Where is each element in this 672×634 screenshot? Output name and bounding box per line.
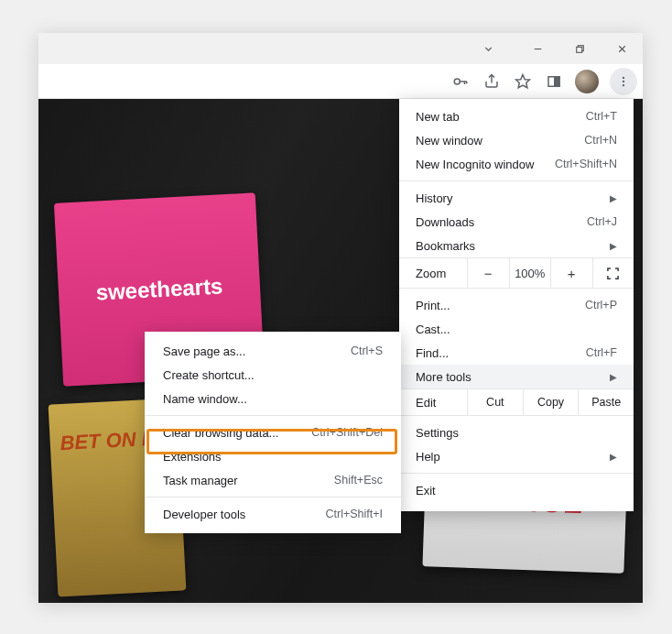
cut-button[interactable]: Cut [467, 389, 523, 415]
browser-toolbar [38, 64, 643, 99]
submenu-item-clear-browsing-data[interactable]: Clear browsing data... Ctrl+Shift+Del [145, 421, 401, 444]
more-tools-submenu: Save page as... Ctrl+S Create shortcut..… [145, 332, 401, 533]
menu-item-exit[interactable]: Exit [399, 478, 634, 502]
zoom-out-button[interactable]: − [467, 258, 509, 288]
menu-item-print[interactable]: Print... Ctrl+P [399, 293, 634, 317]
menu-item-downloads[interactable]: Downloads Ctrl+J [399, 210, 634, 234]
submenu-label: Create shortcut... [163, 368, 383, 382]
menu-label: Help [416, 450, 604, 464]
window-minimize-button[interactable] [516, 33, 558, 64]
menu-item-find[interactable]: Find... Ctrl+F [399, 341, 634, 365]
menu-label: New window [416, 134, 584, 148]
menu-item-new-tab[interactable]: New tab Ctrl+T [399, 104, 634, 128]
menu-item-history[interactable]: History ▶ [399, 186, 634, 210]
submenu-item-extensions[interactable]: Extensions [145, 444, 401, 468]
svg-point-15 [623, 83, 624, 85]
tab-search-button[interactable] [467, 33, 509, 64]
menu-label: Print... [416, 299, 585, 312]
menu-label: Bookmarks [416, 239, 604, 253]
menu-edit-row: Edit Cut Copy Paste [399, 388, 634, 416]
menu-shortcut: Ctrl+P [585, 299, 617, 312]
copy-button[interactable]: Copy [523, 389, 579, 415]
submenu-item-developer-tools[interactable]: Developer tools Ctrl+Shift+I [145, 502, 401, 526]
chrome-main-menu: New tab Ctrl+T New window Ctrl+N New Inc… [399, 99, 634, 511]
submenu-label: Developer tools [163, 508, 325, 521]
menu-label: More tools [416, 370, 604, 384]
window-titlebar [38, 33, 643, 64]
submenu-arrow-icon: ▶ [610, 241, 617, 251]
menu-label: New Incognito window [416, 158, 555, 171]
submenu-item-save-page[interactable]: Save page as... Ctrl+S [145, 339, 401, 363]
menu-shortcut: Ctrl+N [584, 134, 617, 147]
submenu-separator [145, 497, 401, 497]
menu-separator [399, 180, 634, 181]
submenu-shortcut: Ctrl+Shift+I [325, 508, 383, 520]
menu-separator [399, 473, 634, 474]
submenu-item-name-window[interactable]: Name window... [145, 387, 401, 410]
submenu-label: Extensions [163, 450, 383, 464]
submenu-shortcut: Shift+Esc [334, 474, 383, 486]
fullscreen-button[interactable] [592, 258, 634, 288]
menu-label: Find... [416, 346, 586, 360]
zoom-in-button[interactable]: + [550, 258, 592, 288]
submenu-shortcut: Ctrl+Shift+Del [311, 426, 383, 439]
zoom-label: Zoom [399, 267, 467, 280]
submenu-item-create-shortcut[interactable]: Create shortcut... [145, 363, 401, 387]
svg-marker-10 [516, 74, 530, 87]
menu-item-help[interactable]: Help ▶ [399, 444, 634, 468]
menu-label: Downloads [416, 215, 587, 229]
submenu-separator [145, 415, 401, 416]
svg-rect-2 [576, 47, 581, 52]
menu-item-new-window[interactable]: New window Ctrl+N [399, 128, 634, 152]
menu-shortcut: Ctrl+T [586, 110, 617, 123]
poster-label: sweethearts [95, 273, 223, 305]
zoom-level: 100% [509, 258, 551, 288]
share-icon[interactable] [482, 71, 502, 92]
menu-item-settings[interactable]: Settings [399, 421, 634, 444]
edit-label: Edit [399, 396, 467, 410]
svg-point-5 [454, 79, 460, 84]
submenu-shortcut: Ctrl+S [351, 344, 383, 357]
menu-shortcut: Ctrl+Shift+N [555, 158, 617, 170]
menu-label: Settings [416, 426, 617, 440]
submenu-label: Save page as... [163, 344, 351, 358]
chrome-menu-button[interactable] [610, 68, 637, 95]
menu-label: Exit [416, 484, 617, 497]
paste-button[interactable]: Paste [578, 389, 634, 415]
menu-zoom-row: Zoom − 100% + [399, 257, 634, 289]
submenu-label: Task manager [163, 474, 334, 487]
menu-item-bookmarks[interactable]: Bookmarks ▶ [399, 234, 634, 257]
menu-item-more-tools[interactable]: More tools ▶ [399, 365, 634, 388]
submenu-arrow-icon: ▶ [610, 372, 617, 382]
side-panel-icon[interactable] [544, 71, 564, 92]
svg-point-13 [623, 76, 624, 78]
submenu-label: Name window... [163, 392, 383, 406]
submenu-item-task-manager[interactable]: Task manager Shift+Esc [145, 468, 401, 492]
menu-item-cast[interactable]: Cast... [399, 317, 634, 341]
window-maximize-button[interactable] [558, 33, 601, 64]
menu-label: History [416, 191, 604, 205]
svg-point-14 [623, 80, 624, 82]
submenu-arrow-icon: ▶ [610, 193, 617, 203]
svg-rect-12 [555, 76, 559, 86]
menu-label: New tab [416, 110, 586, 124]
password-key-icon[interactable] [450, 71, 471, 92]
submenu-label: Clear browsing data... [163, 426, 311, 440]
submenu-arrow-icon: ▶ [610, 452, 617, 462]
bookmark-star-icon[interactable] [513, 71, 533, 92]
menu-label: Cast... [416, 322, 617, 336]
menu-item-new-incognito[interactable]: New Incognito window Ctrl+Shift+N [399, 152, 634, 176]
profile-avatar[interactable] [575, 70, 599, 93]
menu-shortcut: Ctrl+F [586, 346, 617, 359]
menu-shortcut: Ctrl+J [587, 215, 617, 228]
window-close-button[interactable] [601, 33, 643, 64]
